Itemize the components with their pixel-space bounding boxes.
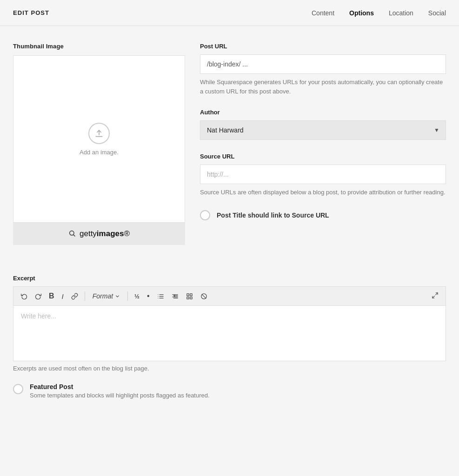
source-url-hint: Source URLs are often displayed below a … <box>200 188 446 197</box>
nav-social[interactable]: Social <box>428 9 446 17</box>
thumbnail-upload-area[interactable]: Add an image. <box>13 55 185 223</box>
getty-images-button[interactable]: gettyimages® <box>13 223 185 245</box>
getty-logo-text: gettyimages® <box>80 229 130 238</box>
author-select[interactable]: Nat Harward <box>200 120 446 140</box>
post-url-input[interactable] <box>200 54 446 74</box>
nav-location[interactable]: Location <box>389 9 413 17</box>
italic-button[interactable]: I <box>59 290 67 303</box>
featured-post-section: Featured Post Some templates and blocks … <box>0 372 459 399</box>
header: EDIT POST Content Options Location Socia… <box>0 0 459 26</box>
featured-post-radio[interactable] <box>13 384 23 394</box>
thumbnail-label: Thumbnail Image <box>13 43 185 50</box>
nav-options[interactable]: Options <box>349 9 374 17</box>
author-group: Author Nat Harward ▼ <box>200 109 446 140</box>
post-url-label: Post URL <box>200 43 446 50</box>
svg-rect-14 <box>190 293 192 295</box>
source-url-input[interactable] <box>200 165 446 184</box>
svg-line-18 <box>202 294 206 298</box>
heading-button[interactable]: ½ <box>132 291 142 302</box>
featured-post-label: Featured Post <box>30 383 210 390</box>
bullet-list-button[interactable]: • <box>144 290 153 303</box>
main-content: Thumbnail Image Add an image. <box>0 26 459 262</box>
post-url-hint: While Squarespace generates URLs for you… <box>200 78 446 96</box>
redo-button[interactable] <box>32 291 44 302</box>
editor-toolbar: B I Format ½ • <box>13 286 446 305</box>
featured-post-hint: Some templates and blocks will highlight… <box>30 392 210 399</box>
format-dropdown-button[interactable]: Format <box>89 290 124 302</box>
page-wrapper: EDIT POST Content Options Location Socia… <box>0 0 459 476</box>
excerpt-placeholder: Write here... <box>21 312 56 320</box>
svg-line-2 <box>73 235 75 236</box>
search-icon <box>68 230 76 238</box>
nav-content[interactable]: Content <box>312 9 334 17</box>
right-column: Post URL While Squarespace generates URL… <box>200 43 446 220</box>
bold-button[interactable]: B <box>46 290 57 303</box>
source-url-label: Source URL <box>200 153 446 160</box>
svg-rect-16 <box>186 297 188 298</box>
page-title: EDIT POST <box>13 9 49 16</box>
no-format-button[interactable] <box>198 291 210 302</box>
excerpt-hint: Excerpts are used most often on the blog… <box>13 365 446 372</box>
ordered-list-button[interactable] <box>154 291 167 302</box>
author-select-wrapper: Nat Harward ▼ <box>200 120 446 140</box>
featured-post-row: Featured Post Some templates and blocks … <box>13 383 446 399</box>
svg-rect-15 <box>190 297 192 298</box>
source-url-checkbox-row: Post Title should link to Source URL <box>200 210 446 220</box>
upload-icon <box>88 123 110 144</box>
outdent-button[interactable] <box>169 291 181 302</box>
excerpt-label: Excerpt <box>13 275 446 282</box>
source-url-checkbox-label: Post Title should link to Source URL <box>217 212 329 219</box>
svg-line-20 <box>432 296 434 298</box>
toolbar-divider-1 <box>85 291 85 301</box>
svg-line-19 <box>436 293 438 295</box>
excerpt-editor[interactable]: Write here... <box>13 305 446 361</box>
header-nav: Content Options Location Social <box>312 9 446 17</box>
svg-rect-13 <box>186 293 188 295</box>
left-column: Thumbnail Image Add an image. <box>13 43 185 245</box>
post-url-group: Post URL While Squarespace generates URL… <box>200 43 446 96</box>
block-button[interactable] <box>183 291 196 302</box>
undo-button[interactable] <box>18 291 30 302</box>
link-button[interactable] <box>68 291 81 302</box>
author-label: Author <box>200 109 446 116</box>
toolbar-divider-2 <box>127 291 128 301</box>
source-url-group: Source URL Source URLs are often display… <box>200 153 446 197</box>
expand-editor-button[interactable] <box>429 290 441 303</box>
source-url-radio[interactable] <box>200 210 210 220</box>
excerpt-section: Excerpt B I <box>0 275 459 372</box>
add-image-text: Add an image. <box>80 149 119 156</box>
featured-post-text: Featured Post Some templates and blocks … <box>30 383 210 399</box>
